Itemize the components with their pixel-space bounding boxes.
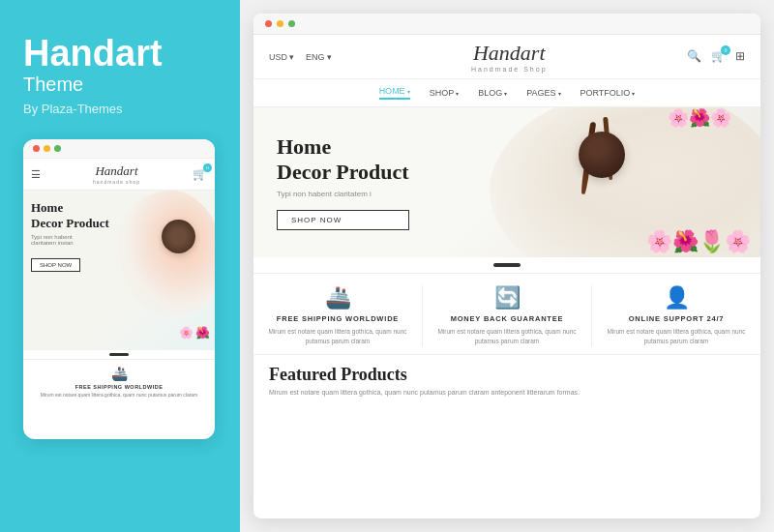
hero-coffee-mug (579, 132, 625, 178)
mobile-cart-icon[interactable]: 🛒 0 (193, 167, 207, 182)
nav-label-shop: SHOP (430, 88, 455, 98)
mobile-logo: Handart (93, 163, 140, 179)
money-back-title: MONEY BACK GUARANTEE (432, 314, 581, 323)
hero-flowers-top: 🌸🌺🌸 (668, 107, 731, 129)
slider-indicator (493, 263, 521, 267)
mobile-feature-label: FREE SHIPPING WORLDWIDE (75, 384, 164, 390)
nav-chevron-pages: ▾ (558, 90, 561, 97)
featured-products-desc: Mirum est notare quam littera gothica, q… (269, 389, 745, 396)
mobile-hero: HomeDecor Product Typi non habentclarita… (23, 191, 215, 350)
desktop-logo: Handart (332, 41, 687, 66)
nav-label-home: HOME (379, 86, 405, 96)
currency-chevron: ▾ (289, 52, 294, 62)
language-selector[interactable]: ENG ▾ (306, 52, 332, 62)
hero-flowers-bottom: 🌸🌺🌷🌸 (646, 231, 751, 252)
desktop-mockup: USD ▾ ENG ▾ Handart Handmade Shop 🔍 🛒 0 … (253, 14, 760, 518)
nav-chevron-blog: ▾ (504, 90, 507, 97)
mobile-top-bar (23, 139, 215, 159)
desktop-hero: HomeDecor Product Typi non habent clarit… (253, 107, 760, 257)
nav-chevron-shop: ▾ (456, 90, 459, 97)
shipping-desc: Mirum est notare quam littera gothica, q… (263, 327, 412, 346)
nav-label-pages: PAGES (526, 88, 555, 98)
nav-item-shop[interactable]: SHOP ▾ (430, 88, 460, 98)
header-left: USD ▾ ENG ▾ (269, 52, 332, 62)
mobile-feature-desc: Mirum est notare quam littera gothica, q… (41, 392, 198, 399)
currency-label: USD (269, 52, 287, 62)
grid-icon[interactable]: ⊞ (735, 49, 745, 64)
dot-red (33, 145, 40, 152)
featured-products-section: Featured Products Mirum est notare quam … (253, 354, 760, 403)
features-row: 🚢 FREE SHIPPING WORLDWIDE Mirum est nota… (253, 273, 760, 354)
money-back-desc: Mirum est notare quam littera gothica, q… (432, 327, 581, 346)
nav-item-home[interactable]: HOME ▾ (379, 86, 410, 100)
flower-icon: 🌸 (179, 326, 194, 340)
nav-chevron-portfolio: ▾ (632, 90, 635, 97)
nav-item-blog[interactable]: BLOG ▾ (478, 88, 507, 98)
mobile-shop-button[interactable]: SHOP NOW (31, 258, 80, 272)
desktop-dot-red (265, 20, 272, 27)
shipping-title: FREE SHIPPING WORLDWIDE (263, 314, 412, 323)
dot-green (54, 145, 61, 152)
desktop-logo-sub: Handmade Shop (332, 66, 687, 73)
mobile-flowers: 🌸 🌺 (179, 326, 210, 340)
desktop-hero-subtitle: Typi non habent claritatem i (277, 190, 409, 198)
nav-label-portfolio: PORTFOLIO (580, 88, 631, 98)
language-label: ENG (306, 52, 325, 62)
nav-chevron-home: ▾ (407, 88, 410, 95)
mobile-coffee-mug (162, 220, 195, 253)
mobile-features: 🚢 FREE SHIPPING WORLDWIDE Mirum est nota… (23, 359, 215, 402)
desktop-hero-title: HomeDecor Product (277, 134, 409, 184)
cart-badge: 0 (721, 45, 730, 55)
nav-label-blog: BLOG (478, 88, 502, 98)
header-logo-wrap: Handart Handmade Shop (332, 41, 687, 73)
support-icon: 👤 (602, 285, 751, 310)
search-icon[interactable]: 🔍 (687, 49, 701, 64)
money-back-icon: 🔄 (432, 285, 581, 310)
mobile-cart-badge: 0 (203, 163, 212, 172)
desktop-hero-image-area: 🌸🌺🌸 🌸🌺🌷🌸 (451, 107, 760, 257)
desktop-top-bar (253, 14, 760, 35)
feature-shipping: 🚢 FREE SHIPPING WORLDWIDE Mirum est nota… (253, 285, 423, 346)
desktop-header: USD ▾ ENG ▾ Handart Handmade Shop 🔍 🛒 0 … (253, 35, 760, 79)
mobile-nav: ☰ Handart handmade shop 🛒 0 (23, 159, 215, 191)
featured-products-title: Featured Products (269, 365, 745, 385)
header-icons: 🔍 🛒 0 ⊞ (687, 49, 745, 64)
feature-support: 👤 ONLINE SUPPORT 24/7 Mirum est notare q… (592, 285, 760, 346)
desktop-shop-button[interactable]: SHOP NOW (277, 210, 409, 230)
nav-item-portfolio[interactable]: PORTFOLIO ▾ (580, 88, 636, 98)
mobile-mockup: ☰ Handart handmade shop 🛒 0 HomeDecor Pr… (23, 139, 215, 439)
currency-selector[interactable]: USD ▾ (269, 52, 294, 62)
brand-title: Handart (23, 35, 163, 72)
desktop-dot-yellow (277, 20, 283, 27)
support-title: ONLINE SUPPORT 24/7 (602, 314, 751, 323)
mobile-logo-sub: handmade shop (93, 179, 140, 185)
mobile-slider-indicator (109, 353, 129, 356)
header-cart-wrap[interactable]: 🛒 0 (711, 49, 726, 64)
desktop-nav: HOME ▾ SHOP ▾ BLOG ▾ PAGES ▾ PORTFOLIO ▾ (253, 79, 760, 107)
left-panel: Handart Theme By Plaza-Themes ☰ Handart … (0, 0, 240, 532)
desktop-hero-content: HomeDecor Product Typi non habent clarit… (277, 134, 409, 230)
feature-money-back: 🔄 MONEY BACK GUARANTEE Mirum est notare … (423, 285, 592, 346)
mobile-logo-wrap: Handart handmade shop (93, 163, 140, 185)
dot-yellow (44, 145, 50, 152)
support-desc: Mirum est notare quam littera gothica, q… (602, 327, 751, 346)
by-line: By Plaza-Themes (23, 102, 123, 116)
nav-item-pages[interactable]: PAGES ▾ (526, 88, 560, 98)
hamburger-icon[interactable]: ☰ (31, 168, 41, 181)
flower-icon-2: 🌺 (195, 326, 210, 340)
brand-theme: Theme (23, 74, 83, 96)
shipping-icon: 🚢 (263, 285, 412, 310)
desktop-dot-green (288, 20, 295, 27)
right-panel: USD ▾ ENG ▾ Handart Handmade Shop 🔍 🛒 0 … (240, 0, 774, 532)
mobile-feature-icon: 🚢 (111, 366, 128, 382)
